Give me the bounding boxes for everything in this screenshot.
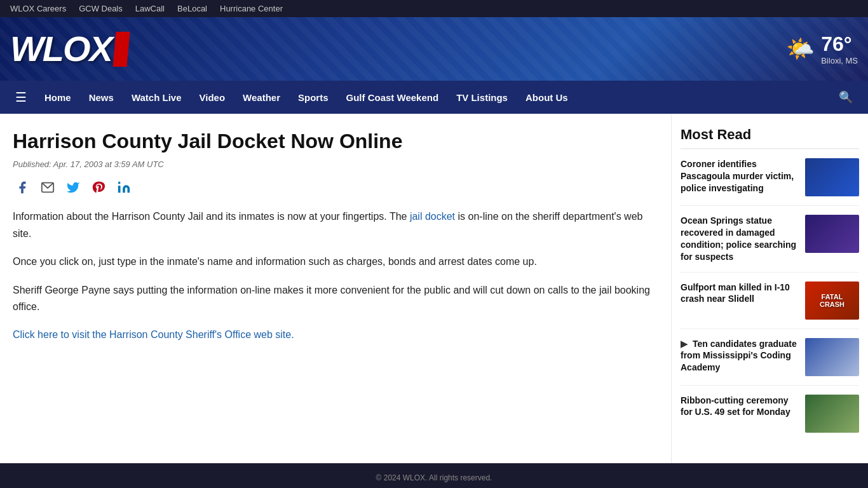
facebook-share-icon[interactable] bbox=[13, 178, 32, 197]
twitter-share-icon[interactable] bbox=[64, 178, 83, 197]
article-paragraph-4: Click here to visit the Harrison County … bbox=[13, 327, 658, 343]
article-paragraph-3: Sheriff George Payne says putting the in… bbox=[13, 282, 658, 316]
most-read-thumb-4 bbox=[805, 338, 859, 376]
main-container: Harrison County Jail Docket Now Online P… bbox=[0, 114, 868, 463]
nav-sports[interactable]: Sports bbox=[289, 83, 337, 112]
hurricane-center-link[interactable]: Hurricane Center bbox=[220, 4, 283, 13]
most-read-text-3: Gulfport man killed in I-10 crash near S… bbox=[681, 281, 799, 306]
site-footer: © 2024 WLOX. All rights reserved. bbox=[0, 463, 868, 488]
lawcall-link[interactable]: LawCall bbox=[135, 4, 165, 13]
jail-docket-link[interactable]: jail docket bbox=[410, 211, 455, 222]
logo-red-box bbox=[113, 32, 130, 67]
nav-watchlive[interactable]: Watch Live bbox=[123, 83, 191, 112]
svg-point-2 bbox=[118, 182, 121, 184]
article-body: Information about the Harrison County Ja… bbox=[13, 208, 658, 343]
weather-location: Biloxi, MS bbox=[821, 56, 858, 65]
site-logo[interactable]: WLOX bbox=[10, 31, 128, 67]
email-share-icon[interactable] bbox=[38, 178, 57, 197]
search-button[interactable]: 🔍 bbox=[830, 81, 862, 113]
most-read-thumb-2 bbox=[805, 215, 859, 253]
most-read-text-2: Ocean Springs statue recovered in damage… bbox=[681, 215, 799, 263]
article-area: Harrison County Jail Docket Now Online P… bbox=[0, 114, 671, 463]
svg-rect-1 bbox=[118, 186, 121, 193]
most-read-text-1: Coroner identifies Pascagoula murder vic… bbox=[681, 158, 799, 194]
article-published-date: Published: Apr. 17, 2003 at 3:59 AM UTC bbox=[13, 159, 658, 169]
most-read-text-4: ▶ Ten candidates graduate from Mississip… bbox=[681, 338, 799, 374]
social-share-bar bbox=[13, 178, 658, 197]
hamburger-menu-button[interactable]: ☰ bbox=[6, 81, 36, 114]
article-paragraph-1: Information about the Harrison County Ja… bbox=[13, 208, 658, 242]
wlox-careers-link[interactable]: WLOX Careers bbox=[10, 4, 66, 13]
nav-weather[interactable]: Weather bbox=[234, 83, 289, 112]
sidebar: Most Read Coroner identifies Pascagoula … bbox=[671, 114, 868, 463]
nav-aboutus[interactable]: About Us bbox=[517, 83, 577, 112]
nav-video[interactable]: Video bbox=[191, 83, 234, 112]
weather-widget[interactable]: 🌤️ 76° Biloxi, MS bbox=[786, 32, 858, 65]
nav-news[interactable]: News bbox=[80, 83, 123, 112]
article-paragraph-2: Once you click on, just type in the inma… bbox=[13, 254, 658, 270]
most-read-thumb-1 bbox=[805, 158, 859, 196]
logo-wlox-text: WLOX bbox=[10, 31, 112, 67]
most-read-item-1[interactable]: Coroner identifies Pascagoula murder vic… bbox=[681, 158, 859, 206]
main-navigation: ☰ Home News Watch Live Video Weather Spo… bbox=[0, 81, 868, 114]
weather-icon: 🌤️ bbox=[786, 36, 815, 62]
nav-tvlistings[interactable]: TV Listings bbox=[447, 83, 517, 112]
most-read-heading: Most Read bbox=[681, 126, 859, 149]
sheriff-office-link[interactable]: Click here to visit the Harrison County … bbox=[13, 329, 294, 340]
nav-gcw[interactable]: Gulf Coast Weekend bbox=[337, 83, 448, 112]
nav-home[interactable]: Home bbox=[36, 83, 80, 112]
pinterest-share-icon[interactable] bbox=[89, 178, 108, 197]
most-read-item-5[interactable]: Ribbon-cutting ceremony for U.S. 49 set … bbox=[681, 395, 859, 442]
gcw-deals-link[interactable]: GCW Deals bbox=[79, 4, 123, 13]
most-read-thumb-5 bbox=[805, 395, 859, 433]
article-title: Harrison County Jail Docket Now Online bbox=[13, 129, 658, 153]
most-read-text-5: Ribbon-cutting ceremony for U.S. 49 set … bbox=[681, 395, 799, 419]
belocal-link[interactable]: BeLocal bbox=[177, 4, 207, 13]
most-read-item-2[interactable]: Ocean Springs statue recovered in damage… bbox=[681, 215, 859, 273]
play-icon-4: ▶ bbox=[681, 339, 688, 349]
weather-temperature: 76° bbox=[821, 32, 858, 56]
most-read-item-4[interactable]: ▶ Ten candidates graduate from Mississip… bbox=[681, 338, 859, 386]
most-read-item-3[interactable]: Gulfport man killed in I-10 crash near S… bbox=[681, 281, 859, 329]
footer-copyright: © 2024 WLOX. All rights reserved. bbox=[376, 473, 492, 482]
linkedin-share-icon[interactable] bbox=[114, 178, 133, 197]
utility-bar: WLOX Careers GCW Deals LawCall BeLocal H… bbox=[0, 0, 868, 17]
site-header: WLOX 🌤️ 76° Biloxi, MS bbox=[0, 17, 868, 81]
most-read-thumb-3: FATALCRASH bbox=[805, 281, 859, 320]
